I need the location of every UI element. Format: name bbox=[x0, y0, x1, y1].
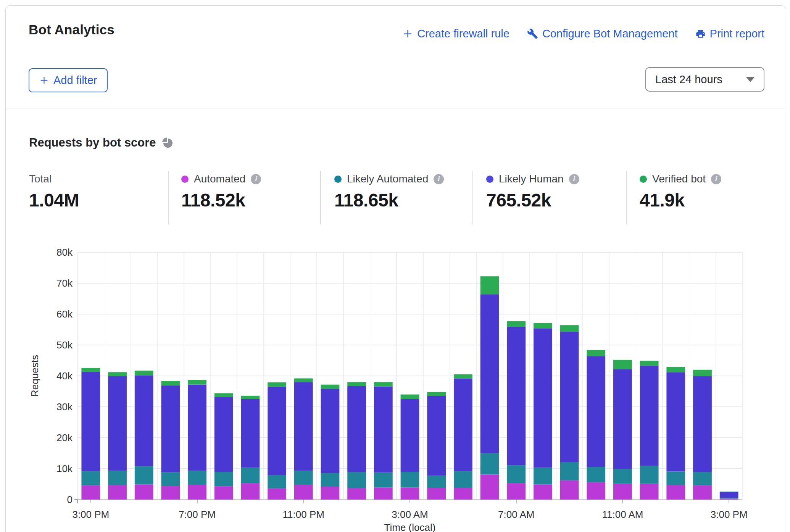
bar-segment[interactable] bbox=[347, 382, 366, 386]
bar-segment[interactable] bbox=[454, 488, 472, 500]
bar-segment[interactable] bbox=[401, 472, 419, 487]
bar-segment[interactable] bbox=[640, 361, 659, 366]
bar-segment[interactable] bbox=[666, 367, 685, 372]
bar-segment[interactable] bbox=[613, 360, 632, 369]
bar-segment[interactable] bbox=[640, 484, 659, 500]
bar-segment[interactable] bbox=[188, 471, 206, 485]
bar-segment[interactable] bbox=[587, 467, 605, 482]
bar-segment[interactable] bbox=[401, 487, 419, 500]
info-icon[interactable]: i bbox=[251, 174, 261, 184]
bar-segment[interactable] bbox=[161, 381, 180, 385]
bar-segment[interactable] bbox=[188, 485, 206, 500]
bar-segment[interactable] bbox=[135, 466, 153, 485]
bar-segment[interactable] bbox=[560, 462, 579, 480]
bar-segment[interactable] bbox=[108, 376, 127, 471]
bar-segment[interactable] bbox=[135, 371, 153, 375]
bar-segment[interactable] bbox=[214, 486, 233, 500]
add-filter-button[interactable]: Add filter bbox=[29, 68, 108, 92]
bar-segment[interactable] bbox=[640, 466, 659, 484]
create-firewall-rule-link[interactable]: Create firewall rule bbox=[403, 27, 509, 40]
bar-segment[interactable] bbox=[321, 487, 340, 500]
bar-segment[interactable] bbox=[613, 369, 632, 469]
bar-segment[interactable] bbox=[587, 482, 605, 500]
bar-segment[interactable] bbox=[268, 382, 286, 387]
bar-segment[interactable] bbox=[560, 332, 579, 462]
bar-segment[interactable] bbox=[480, 294, 499, 453]
bar-segment[interactable] bbox=[720, 492, 738, 498]
bar-segment[interactable] bbox=[241, 399, 260, 468]
bar-segment[interactable] bbox=[427, 392, 446, 396]
bar-segment[interactable] bbox=[294, 378, 313, 382]
bar-segment[interactable] bbox=[507, 483, 526, 500]
bar-segment[interactable] bbox=[321, 473, 340, 487]
bar-segment[interactable] bbox=[294, 485, 313, 500]
configure-bot-management-link[interactable]: Configure Bot Management bbox=[527, 27, 678, 40]
bar-segment[interactable] bbox=[454, 378, 472, 471]
bar-segment[interactable] bbox=[693, 376, 712, 472]
bar-segment[interactable] bbox=[81, 485, 100, 500]
bar-segment[interactable] bbox=[81, 372, 100, 471]
bar-segment[interactable] bbox=[560, 325, 579, 332]
bar-segment[interactable] bbox=[720, 492, 738, 492]
bar-segment[interactable] bbox=[374, 387, 393, 473]
bar-segment[interactable] bbox=[427, 476, 446, 488]
bar-segment[interactable] bbox=[294, 471, 313, 485]
bar-segment[interactable] bbox=[720, 498, 738, 498]
bar-segment[interactable] bbox=[666, 485, 685, 500]
bar-segment[interactable] bbox=[188, 380, 206, 385]
info-icon[interactable]: i bbox=[569, 174, 579, 184]
bar-segment[interactable] bbox=[108, 471, 127, 485]
bar-segment[interactable] bbox=[81, 471, 100, 485]
bar-segment[interactable] bbox=[268, 488, 286, 500]
bar-segment[interactable] bbox=[374, 382, 393, 386]
bar-segment[interactable] bbox=[321, 389, 340, 473]
info-icon[interactable]: i bbox=[711, 174, 721, 184]
bar-segment[interactable] bbox=[480, 276, 499, 294]
time-range-select[interactable]: Last 24 hours bbox=[645, 67, 764, 92]
bar-segment[interactable] bbox=[534, 468, 552, 485]
bar-segment[interactable] bbox=[161, 472, 180, 486]
bar-segment[interactable] bbox=[587, 356, 605, 467]
bar-segment[interactable] bbox=[374, 487, 393, 500]
bar-segment[interactable] bbox=[241, 468, 260, 484]
bar-segment[interactable] bbox=[214, 472, 233, 486]
bar-segment[interactable] bbox=[135, 484, 153, 500]
bar-segment[interactable] bbox=[81, 368, 100, 372]
bar-segment[interactable] bbox=[347, 386, 366, 472]
bar-segment[interactable] bbox=[693, 472, 712, 485]
bar-segment[interactable] bbox=[427, 396, 446, 476]
bar-segment[interactable] bbox=[214, 397, 233, 472]
bar-segment[interactable] bbox=[347, 472, 366, 488]
bar-segment[interactable] bbox=[534, 328, 552, 468]
bar-segment[interactable] bbox=[480, 453, 499, 475]
bar-segment[interactable] bbox=[401, 399, 419, 472]
bar-segment[interactable] bbox=[587, 350, 605, 356]
bar-segment[interactable] bbox=[108, 372, 127, 376]
bar-segment[interactable] bbox=[108, 485, 127, 500]
bar-segment[interactable] bbox=[613, 484, 632, 500]
bar-segment[interactable] bbox=[374, 473, 393, 488]
bar-segment[interactable] bbox=[507, 321, 526, 327]
bar-segment[interactable] bbox=[640, 366, 659, 466]
bar-segment[interactable] bbox=[613, 469, 632, 484]
bar-segment[interactable] bbox=[401, 395, 419, 399]
bar-segment[interactable] bbox=[507, 465, 526, 483]
print-report-link[interactable]: Print report bbox=[695, 27, 764, 40]
bar-segment[interactable] bbox=[268, 475, 286, 488]
bar-segment[interactable] bbox=[321, 385, 340, 389]
bar-segment[interactable] bbox=[294, 382, 313, 471]
bar-segment[interactable] bbox=[427, 488, 446, 500]
bar-segment[interactable] bbox=[268, 387, 286, 475]
bar-segment[interactable] bbox=[161, 385, 180, 472]
bar-segment[interactable] bbox=[454, 471, 472, 488]
bar-segment[interactable] bbox=[135, 375, 153, 466]
bar-segment[interactable] bbox=[454, 374, 472, 379]
info-icon[interactable]: i bbox=[434, 174, 444, 184]
bar-segment[interactable] bbox=[693, 370, 712, 376]
bar-segment[interactable] bbox=[347, 488, 366, 500]
bar-segment[interactable] bbox=[666, 471, 685, 485]
bar-segment[interactable] bbox=[560, 480, 579, 500]
bar-segment[interactable] bbox=[666, 372, 685, 471]
bar-segment[interactable] bbox=[534, 484, 552, 500]
bot-score-chart[interactable]: 010k20k30k40k50k60k70k80k3:00 PM7:00 PM1… bbox=[0, 240, 790, 532]
